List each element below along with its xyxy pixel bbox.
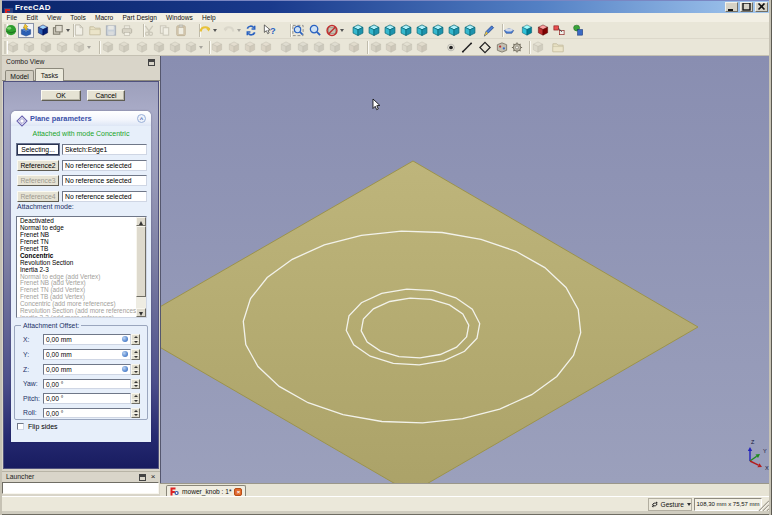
expression-icon[interactable] bbox=[122, 336, 128, 342]
plane-parameters-header[interactable]: Plane parameters ^ bbox=[11, 111, 151, 126]
nav-style-widget[interactable]: Gesture bbox=[648, 498, 692, 511]
pd-hole-icon-caret[interactable] bbox=[199, 46, 203, 49]
red-box-icon[interactable] bbox=[536, 24, 550, 37]
view-front-icon[interactable] bbox=[367, 24, 381, 37]
menu-view[interactable]: View bbox=[42, 13, 65, 22]
tab-model[interactable]: Model bbox=[5, 70, 34, 81]
spinner-x[interactable] bbox=[131, 334, 140, 345]
close-button[interactable] bbox=[755, 2, 768, 12]
combo-view-dock: Combo View ModelTasks OK Cancel Plane pa… bbox=[2, 56, 160, 495]
redo-icon bbox=[222, 24, 236, 37]
combo-view-title: Combo View bbox=[6, 58, 44, 65]
local-cs-icon[interactable] bbox=[495, 41, 509, 54]
spinner-z[interactable] bbox=[131, 364, 140, 375]
maximize-button[interactable] bbox=[740, 2, 753, 12]
cyan-box-icon[interactable] bbox=[520, 24, 534, 37]
reference-button-1[interactable]: Selecting... bbox=[17, 144, 59, 155]
web-sphere-icon[interactable] bbox=[4, 24, 18, 37]
spinner-roll[interactable] bbox=[131, 408, 140, 419]
view-axonometric-icon[interactable] bbox=[351, 24, 365, 37]
open-box-icon[interactable] bbox=[19, 24, 33, 37]
menu-windows[interactable]: Windows bbox=[162, 13, 198, 22]
view-bottom-icon[interactable] bbox=[431, 24, 445, 37]
flip-sides-checkbox[interactable] bbox=[17, 423, 24, 430]
ok-button[interactable]: OK bbox=[41, 90, 81, 101]
list-scrollbar[interactable] bbox=[136, 217, 146, 317]
minimize-button[interactable] bbox=[725, 2, 738, 12]
title-bar[interactable]: FreeCAD bbox=[2, 1, 770, 13]
flip-sides-label: Flip sides bbox=[28, 423, 58, 430]
edge-pen-icon[interactable] bbox=[481, 24, 495, 37]
reference-field-1[interactable]: Sketch:Edge1 bbox=[62, 144, 147, 155]
reference-field-4[interactable]: No reference selected bbox=[62, 191, 147, 202]
document-tab-close-icon[interactable]: × bbox=[234, 488, 242, 496]
linked-boxes-icon[interactable] bbox=[552, 24, 566, 37]
pd-groove-icon bbox=[135, 41, 149, 54]
view-top-icon[interactable] bbox=[383, 24, 397, 37]
axo-view-icon[interactable] bbox=[502, 24, 516, 37]
offset-field-x[interactable]: 0,00 mm bbox=[43, 334, 131, 345]
spinner-y[interactable] bbox=[131, 349, 140, 360]
menu-part-design[interactable]: Part Design bbox=[118, 13, 162, 22]
menu-help[interactable]: Help bbox=[197, 13, 220, 22]
offset-field-yaw[interactable]: 0,00 ° bbox=[43, 379, 131, 390]
view-left-icon[interactable] bbox=[447, 24, 461, 37]
datum-ref-icon[interactable] bbox=[510, 41, 524, 54]
appearance-icon[interactable] bbox=[571, 24, 585, 37]
offset-field-z[interactable]: 0,00 mm bbox=[43, 364, 131, 375]
launcher-input[interactable] bbox=[2, 482, 159, 494]
viewport-3d[interactable]: ZYX bbox=[160, 56, 770, 483]
spinner-pitch[interactable] bbox=[131, 393, 140, 404]
scroll-thumb[interactable] bbox=[136, 226, 146, 297]
zoom-fit-icon[interactable] bbox=[291, 24, 305, 37]
cancel-button[interactable]: Cancel bbox=[87, 90, 125, 101]
expression-icon[interactable] bbox=[122, 351, 128, 357]
expression-icon[interactable] bbox=[122, 366, 128, 372]
launcher-close-icon[interactable]: × bbox=[149, 473, 157, 481]
scroll-up-icon[interactable] bbox=[136, 217, 146, 226]
refresh-icon[interactable] bbox=[244, 24, 258, 37]
reference-button-2[interactable]: Reference2 bbox=[17, 160, 59, 171]
view-iso-icon[interactable] bbox=[463, 24, 477, 37]
resize-grip[interactable] bbox=[756, 497, 770, 512]
view-right-icon[interactable] bbox=[399, 24, 413, 37]
view-rear-icon[interactable] bbox=[415, 24, 429, 37]
spinner-yaw[interactable] bbox=[131, 379, 140, 390]
zoom-box-icon[interactable] bbox=[308, 24, 322, 37]
nav-style-icon bbox=[651, 500, 659, 509]
offset-field-y[interactable]: 0,00 mm bbox=[43, 349, 131, 360]
menu-edit[interactable]: Edit bbox=[22, 13, 43, 22]
draw-style-icon-caret[interactable] bbox=[340, 29, 344, 32]
undo-icon-caret[interactable] bbox=[213, 29, 217, 32]
pd-pad-icon-caret[interactable] bbox=[87, 46, 91, 49]
undo-icon[interactable] bbox=[198, 24, 212, 37]
viewport-scene[interactable]: ZYX bbox=[161, 56, 771, 483]
menu-tools[interactable]: Tools bbox=[66, 13, 91, 22]
pd-boolean-icon bbox=[369, 41, 383, 54]
blue-cube-icon[interactable] bbox=[36, 24, 50, 37]
launcher-title: Launcher bbox=[6, 473, 34, 480]
mode-banner: Attached with mode Concentric bbox=[11, 130, 151, 137]
whatsthis-icon[interactable]: ? bbox=[262, 24, 276, 37]
offset-field-roll[interactable]: 0,00 ° bbox=[43, 408, 131, 419]
reference-field-3[interactable]: No reference selected bbox=[62, 175, 147, 186]
tab-tasks[interactable]: Tasks bbox=[35, 68, 64, 81]
launcher-float-icon[interactable] bbox=[139, 474, 146, 481]
cube-stack-icon[interactable] bbox=[51, 24, 65, 37]
combo-view-float-icon[interactable] bbox=[148, 59, 155, 66]
datum-point-icon[interactable] bbox=[444, 41, 458, 54]
redo-icon-caret[interactable] bbox=[237, 29, 241, 32]
taskbox-title: Plane parameters bbox=[30, 114, 92, 123]
pd-scale-icon bbox=[328, 41, 342, 54]
cube-stack-icon-caret[interactable] bbox=[66, 29, 70, 32]
draw-style-icon[interactable] bbox=[325, 24, 339, 37]
scroll-down-icon[interactable] bbox=[136, 308, 146, 317]
attachment-mode-list[interactable]: DeactivatedNormal to edgeFrenet NBFrenet… bbox=[16, 216, 147, 318]
reference-field-2[interactable]: No reference selected bbox=[62, 160, 147, 171]
datum-line-icon[interactable] bbox=[460, 41, 474, 54]
datum-plane-icon[interactable] bbox=[478, 41, 492, 54]
menu-file[interactable]: File bbox=[2, 13, 22, 22]
menu-macro[interactable]: Macro bbox=[90, 13, 118, 22]
offset-field-pitch[interactable]: 0,00 ° bbox=[43, 393, 131, 404]
collapse-icon[interactable]: ^ bbox=[137, 114, 146, 123]
